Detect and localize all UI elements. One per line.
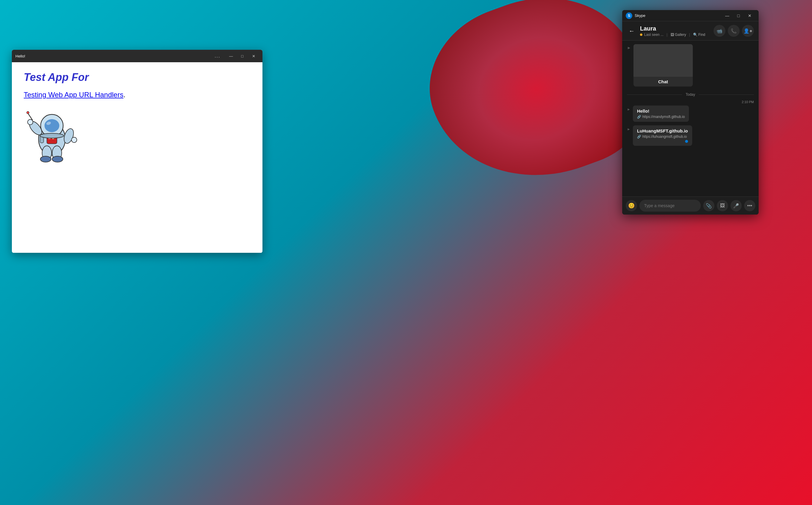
status-separator: |	[666, 33, 667, 37]
skype-maximize-button[interactable]: □	[733, 11, 744, 20]
more-icon: •••	[748, 203, 753, 208]
skype-minimize-button[interactable]: —	[722, 11, 732, 20]
hello-dots-menu[interactable]: ...	[215, 53, 220, 59]
last-seen-text: Last seen ...	[644, 33, 663, 37]
add-person-icon: 👤+	[743, 28, 752, 34]
hello-close-button[interactable]: ✕	[248, 51, 259, 60]
message-link[interactable]: 🔗 https://luhuangmsft.github.io	[637, 135, 688, 139]
contact-status: Last seen ... | 🖼 Gallery | 🔍 Find	[640, 33, 710, 37]
hello-minimize-button[interactable]: —	[226, 51, 236, 60]
svg-point-2	[44, 119, 59, 132]
preview-card-image	[634, 44, 693, 77]
gallery-icon: 🖼	[671, 33, 674, 37]
hello-titlebar: Hello! ... — □ ✕	[12, 50, 262, 62]
skype-input-area: 😊 📎 🖼 🎤 •••	[622, 196, 759, 214]
svg-point-16	[40, 133, 64, 138]
audio-call-button[interactable]: 📞	[728, 25, 739, 37]
audio-button[interactable]: 🎤	[730, 200, 742, 211]
video-icon: 📹	[716, 28, 722, 34]
video-call-button[interactable]: 📹	[713, 25, 725, 37]
message-link[interactable]: 🔗 https://mandymsft.github.io	[637, 115, 685, 119]
preview-area: ► Chat	[627, 41, 754, 89]
message-arrow-icon: ►	[627, 107, 631, 112]
skype-close-button[interactable]: ✕	[745, 11, 755, 20]
divider-line-right	[699, 95, 754, 95]
hello-titlebar-controls: ... — □ ✕	[215, 51, 259, 60]
find-link[interactable]: 🔍 Find	[693, 33, 705, 37]
svg-point-18	[27, 112, 29, 114]
svg-point-13	[40, 156, 51, 162]
link-icon: 🔗	[637, 135, 641, 139]
skype-logo: S	[626, 12, 632, 19]
hello-heading: Test App For	[24, 71, 251, 83]
message-input[interactable]	[639, 200, 701, 212]
skype-window-title: Skype	[635, 13, 722, 18]
message-timestamp: 2:10 PM	[627, 100, 754, 104]
skype-header: ← Laura Last seen ... | 🖼 Gallery | 🔍 Fi…	[622, 21, 759, 41]
skype-titlebar: S Skype — □ ✕	[622, 10, 759, 21]
svg-point-7	[72, 137, 77, 143]
phone-icon: 📞	[731, 28, 737, 34]
link-icon: 🔗	[637, 115, 641, 119]
contact-name: Laura	[640, 25, 710, 32]
microphone-icon: 🎤	[733, 203, 739, 209]
attach-icon: 📎	[706, 203, 712, 209]
message-link-url: https://luhuangmsft.github.io	[642, 135, 687, 139]
message-bubble: LuHuangMSFT.github.io 🔗 https://luhuangm…	[633, 125, 692, 146]
gallery-link[interactable]: 🖼 Gallery	[671, 33, 686, 37]
message-text: Hello!	[637, 109, 685, 114]
astronaut-illustration	[24, 108, 80, 163]
gallery-label: Gallery	[675, 33, 686, 37]
image-icon: 🖼	[720, 203, 725, 208]
today-label: Today	[686, 93, 695, 97]
unread-dot	[685, 140, 688, 143]
more-button[interactable]: •••	[744, 200, 755, 211]
back-button[interactable]: ←	[627, 26, 637, 35]
find-icon: 🔍	[693, 33, 697, 37]
header-actions: 📹 📞 👤+	[713, 25, 754, 37]
hello-link-suffix: .	[123, 91, 125, 99]
hello-maximize-button[interactable]: □	[237, 51, 248, 60]
emoji-button[interactable]: 😊	[626, 200, 637, 211]
message-link-url: https://mandymsft.github.io	[642, 115, 685, 119]
hello-link-container: Testing Web App URL Handlers.	[24, 91, 251, 99]
svg-point-14	[52, 156, 63, 162]
preview-arrow-icon: ►	[627, 45, 631, 50]
message-bubble: Hello! 🔗 https://mandymsft.github.io	[633, 106, 689, 122]
message-text: LuHuangMSFT.github.io	[637, 128, 688, 133]
contact-info: Laura Last seen ... | 🖼 Gallery | 🔍 Find	[640, 25, 710, 37]
divider-line-left	[627, 95, 682, 95]
hello-content-area: Test App For Testing Web App URL Handler…	[12, 62, 262, 253]
status-separator2: |	[689, 33, 690, 37]
hello-link[interactable]: Testing Web App URL Handlers	[24, 91, 123, 99]
today-divider: Today	[627, 89, 754, 100]
skype-titlebar-controls: — □ ✕	[722, 11, 755, 20]
skype-chat-area: ► Chat Today 2:10 PM ► Hello! 🔗 https://…	[622, 41, 759, 196]
add-participant-button[interactable]: 👤+	[742, 25, 754, 37]
chat-message: ► Hello! 🔗 https://mandymsft.github.io	[627, 106, 754, 122]
astronaut-container	[24, 108, 251, 164]
hello-app-window: Hello! ... — □ ✕ Test App For Testing We…	[12, 50, 262, 253]
message-arrow-icon: ►	[627, 127, 631, 131]
hello-window-title: Hello!	[15, 54, 215, 58]
image-button[interactable]: 🖼	[717, 200, 728, 211]
emoji-icon: 😊	[628, 202, 635, 209]
attach-file-button[interactable]: 📎	[703, 200, 714, 211]
find-label: Find	[698, 33, 705, 37]
preview-card-label: Chat	[634, 77, 693, 87]
chat-message: ► LuHuangMSFT.github.io 🔗 https://luhuan…	[627, 125, 754, 146]
skype-window: S Skype — □ ✕ ← Laura Last seen ... | 🖼 …	[622, 10, 759, 214]
preview-card: Chat	[634, 44, 693, 87]
status-dot	[640, 33, 642, 36]
